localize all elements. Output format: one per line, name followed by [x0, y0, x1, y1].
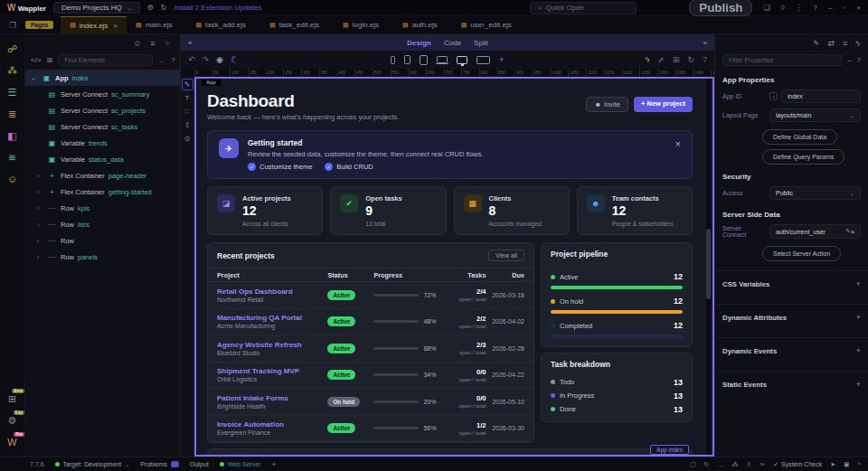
project-link[interactable]: Patient Intake Forms: [217, 394, 327, 402]
stack-icon[interactable]: ≡: [843, 39, 847, 48]
chevron-right-icon[interactable]: ›: [37, 205, 43, 212]
phablet-device-icon[interactable]: [404, 55, 410, 64]
extension-updates-link[interactable]: Install 2 Extension Updates: [175, 4, 262, 12]
system-check[interactable]: ✓System Check: [773, 461, 822, 468]
define-global-data-button[interactable]: Define Global Data: [762, 129, 837, 145]
undo-icon[interactable]: ↶: [188, 55, 195, 64]
lightning-icon[interactable]: ϟ: [646, 55, 650, 64]
tablet-device-icon[interactable]: [420, 55, 428, 65]
banner-close-icon[interactable]: ×: [675, 138, 681, 171]
problems-button[interactable]: Problems: [140, 461, 179, 467]
maximize-icon[interactable]: ▫: [843, 4, 845, 12]
table-row[interactable]: Shipment Tracking MVP Orbit Logistics Ac…: [208, 363, 533, 390]
help-icon[interactable]: ?: [703, 55, 707, 64]
text-tool-icon[interactable]: T: [182, 92, 193, 104]
add-panel-icon[interactable]: +: [272, 461, 276, 467]
network-icon[interactable]: ⁂: [731, 461, 738, 468]
file-tab[interactable]: ▤ task_add.ejs: [186, 16, 260, 34]
project-link[interactable]: Shipment Tracking MVP: [217, 367, 327, 375]
plus-icon[interactable]: +: [856, 346, 861, 355]
clear-x-icon[interactable]: ×: [851, 229, 854, 235]
tree-item[interactable]: › + Flex Container getting-started: [25, 184, 180, 200]
ai-robot-icon[interactable]: ☺: [133, 39, 141, 48]
chevron-down-icon[interactable]: ⌄: [31, 74, 38, 81]
project-link[interactable]: Manufacturing QA Portal: [217, 314, 327, 322]
rail-icon[interactable]: ⁂: [0, 60, 24, 81]
edit-icon[interactable]: ✎: [813, 39, 820, 48]
tree-item[interactable]: › ▣ Variable trends: [25, 135, 180, 151]
filter-properties-input[interactable]: [722, 54, 842, 66]
rail-bottom-icon[interactable]: W Pro: [0, 431, 24, 453]
code-view-icon[interactable]: </>: [31, 56, 42, 64]
kebab-menu-icon[interactable]: ⋮: [796, 4, 803, 12]
help-icon[interactable]: ?: [814, 4, 817, 12]
project-link[interactable]: Invoice Automation: [217, 420, 327, 429]
chevron-right-icon[interactable]: ›: [37, 173, 43, 179]
table-row[interactable]: Agency Website Refresh Bluebird Studio A…: [208, 335, 533, 363]
project-link[interactable]: Agency Website Refresh: [217, 341, 327, 349]
view-mode-tab[interactable]: Split: [474, 39, 488, 47]
new-project-button[interactable]: + New project: [634, 97, 693, 112]
chevron-right-icon[interactable]: ›: [37, 254, 43, 260]
widescreen-device-icon[interactable]: [476, 56, 490, 64]
refresh-icon[interactable]: ↻: [687, 55, 694, 64]
collapsed-section[interactable]: Static Events +: [715, 371, 868, 397]
grid-apps-icon[interactable]: ⊞: [673, 55, 680, 64]
tree-item[interactable]: › ▤ Server Connect sc_tasks: [25, 118, 180, 135]
table-row[interactable]: Retail Ops Dashboard Northwind Retail Ac…: [208, 282, 533, 309]
project-link[interactable]: Retail Ops Dashboard: [217, 287, 327, 296]
tab-close-icon[interactable]: ×: [113, 22, 118, 30]
redo-icon[interactable]: ↷: [203, 55, 210, 64]
tree-item[interactable]: › ⋯ Row kpis: [25, 200, 180, 216]
output-button[interactable]: Output: [190, 461, 209, 467]
file-tab[interactable]: ▤ task_edit.ejs: [260, 16, 334, 34]
minimize-icon[interactable]: –: [828, 4, 832, 12]
find-elements-input[interactable]: [58, 54, 153, 66]
chevron-right-icon[interactable]: ›: [37, 238, 43, 244]
file-tab[interactable]: ▤ index.ejs ×: [61, 16, 127, 34]
chevron-right-icon[interactable]: ›: [37, 189, 43, 195]
shuffle-icon[interactable]: ⇄: [827, 39, 835, 48]
sitemap-icon[interactable]: ⁘: [164, 39, 171, 48]
phone-device-icon[interactable]: [391, 56, 395, 64]
project-selector[interactable]: Demo Projects HQ⌄: [53, 2, 140, 14]
tree-item[interactable]: › ⋯ Row: [25, 232, 180, 249]
chevron-right-icon[interactable]: ›: [37, 221, 43, 228]
upload-tool-icon[interactable]: ⇧: [182, 119, 193, 131]
more-icon[interactable]: …: [717, 461, 723, 467]
screenshot-camera-icon[interactable]: ◉: [216, 55, 223, 64]
publish-button[interactable]: Publish: [689, 0, 752, 16]
access-select[interactable]: Public⌄: [769, 186, 861, 200]
rail-icon[interactable]: ☰: [0, 81, 24, 103]
panel-toggle-icon[interactable]: ▢: [690, 461, 696, 468]
tree-item[interactable]: › ⋯ Row panels: [25, 249, 180, 265]
plus-icon[interactable]: +: [856, 313, 861, 322]
rail-icon[interactable]: ☺: [0, 168, 24, 190]
tree-item[interactable]: › ▣ Variable status_data: [25, 151, 180, 167]
help-icon[interactable]: ?: [171, 56, 175, 64]
thumbs-up-icon[interactable]: ✌: [746, 461, 751, 468]
tree-item[interactable]: › ▤ Server Connect sc_projects: [25, 102, 180, 118]
file-tab[interactable]: ▤ login.ejs: [334, 16, 393, 34]
collapse-right-icon[interactable]: »: [703, 39, 707, 47]
plus-icon[interactable]: +: [856, 279, 861, 288]
rail-bottom-icon[interactable]: ⚙ Exp: [0, 410, 24, 431]
table-row[interactable]: Invoice Automation Evergreen Finance Act…: [208, 416, 533, 443]
tree-item[interactable]: › + Flex Container page-header: [25, 167, 180, 184]
invite-button[interactable]: ☻Invite: [586, 97, 628, 112]
close-icon[interactable]: ×: [856, 4, 861, 12]
rail-icon[interactable]: ≋: [0, 146, 24, 168]
edit-tool-icon[interactable]: ✎: [182, 79, 193, 90]
tree-item-app-root[interactable]: ⌄ ▣ App index: [25, 70, 180, 86]
rail-icon[interactable]: ☍: [0, 38, 24, 60]
rail-icon[interactable]: ◧: [0, 125, 24, 146]
layout-page-select[interactable]: layouts/main⌄: [769, 108, 861, 122]
file-tab[interactable]: ▤ auth.ejs: [393, 16, 452, 34]
more-icon[interactable]: …: [158, 56, 165, 64]
dark-mode-moon-icon[interactable]: ☾: [231, 54, 240, 66]
tree-item[interactable]: › ⋯ Row lists: [25, 216, 180, 232]
view-all-button[interactable]: View all: [488, 250, 524, 261]
scrollbar-thumb[interactable]: [706, 229, 711, 299]
restart-icon[interactable]: ↻: [704, 461, 710, 468]
pages-icon[interactable]: ❐: [0, 21, 25, 30]
